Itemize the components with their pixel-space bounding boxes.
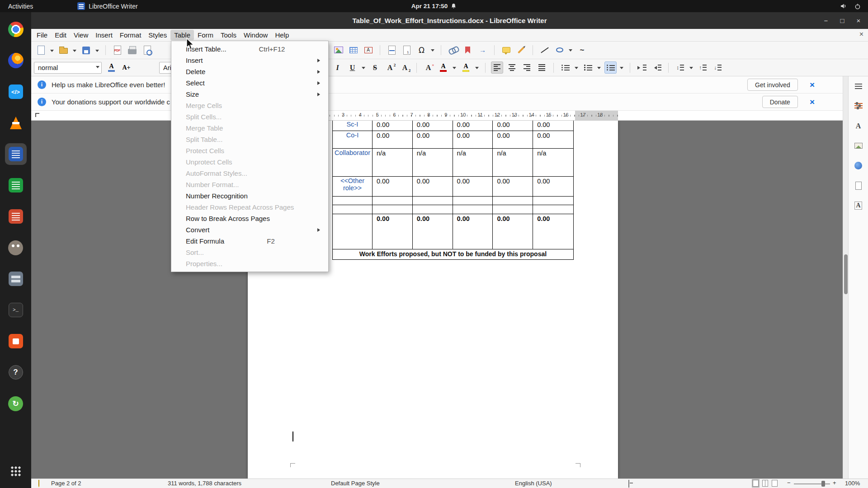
zoom-in-button[interactable]: + <box>833 479 836 486</box>
sidebar-settings-button[interactable] <box>852 80 864 92</box>
multi-page-view-button[interactable] <box>762 480 768 488</box>
menubar-item[interactable]: Format <box>116 30 145 40</box>
table-menu-item[interactable]: Edit Formula F2 <box>171 235 328 247</box>
bullet-list-button[interactable] <box>559 61 571 74</box>
infobar-close-icon[interactable]: × <box>810 97 815 107</box>
get-involved-button[interactable]: Get involved <box>747 79 798 91</box>
print-preview-button[interactable] <box>141 44 153 56</box>
table-cell[interactable]: n/a <box>373 149 413 176</box>
numbered-list-dropdown[interactable] <box>597 67 601 71</box>
table-menu-item[interactable]: Select <box>171 77 328 89</box>
special-character-dropdown[interactable] <box>431 49 434 53</box>
table-cell[interactable] <box>413 205 453 214</box>
sidebar-page-button[interactable] <box>852 179 864 192</box>
menubar-item[interactable]: Table <box>170 30 194 40</box>
menubar-item[interactable]: Help <box>271 30 292 40</box>
subscript-button[interactable]: A2 <box>399 61 411 74</box>
italic-button[interactable]: I <box>331 61 344 74</box>
dock-item-gimp[interactable] <box>5 237 27 258</box>
numbered-list-button[interactable] <box>582 61 594 74</box>
insert-bookmark-button[interactable] <box>462 44 474 56</box>
clear-formatting-button[interactable]: A× <box>422 61 434 74</box>
no-list-button[interactable] <box>604 61 617 74</box>
no-list-dropdown[interactable] <box>620 67 623 71</box>
bookmark-status-icon[interactable] <box>38 480 39 487</box>
table-cell[interactable]: 0.00 <box>493 177 533 196</box>
show-applications-button[interactable] <box>5 460 27 482</box>
table-cell[interactable]: 0.00 <box>533 131 573 148</box>
table-row-label[interactable] <box>333 205 373 214</box>
paragraph-style-combo[interactable]: normal <box>34 62 102 74</box>
new-style-button[interactable]: A+ <box>120 61 132 74</box>
insert-special-character-button[interactable]: Ω <box>415 44 428 56</box>
justify-button[interactable] <box>536 61 548 74</box>
sidebar-styles-button[interactable]: A <box>852 120 864 132</box>
align-left-button[interactable] <box>491 61 503 74</box>
insert-footnote-button[interactable]: 1 <box>401 44 413 56</box>
underline-button[interactable]: U <box>346 61 359 74</box>
dock-item-chrome[interactable] <box>5 19 27 40</box>
close-document-icon[interactable]: × <box>859 30 863 38</box>
table-cell[interactable]: 0.00 <box>533 121 573 131</box>
insert-comment-button[interactable] <box>500 44 512 56</box>
insert-hyperlink-button[interactable] <box>447 44 459 56</box>
table-cell[interactable]: 0.00 <box>413 131 453 148</box>
dock-item-libreoffice-impress[interactable] <box>5 206 27 227</box>
increase-indent-button[interactable] <box>636 61 648 74</box>
menubar-item[interactable]: Window <box>240 30 271 40</box>
table-menu-item[interactable]: Number Recognition <box>171 190 328 202</box>
table-cell[interactable] <box>453 205 493 214</box>
highlight-color-button[interactable]: A <box>460 61 472 74</box>
insert-line-button[interactable] <box>538 44 551 56</box>
table-cell[interactable] <box>493 205 533 214</box>
table-cell[interactable] <box>373 197 413 205</box>
print-button[interactable] <box>126 44 138 56</box>
clock-button[interactable]: Apr 21 17:50 <box>411 3 457 9</box>
sidebar-properties-button[interactable] <box>852 100 864 112</box>
table-cell[interactable]: n/a <box>533 149 573 176</box>
table-cell[interactable]: 0.00 <box>533 214 573 249</box>
focused-app-indicator[interactable]: LibreOffice Writer <box>77 2 137 10</box>
donate-button[interactable]: Donate <box>762 96 798 108</box>
shapes-dropdown[interactable] <box>569 49 572 53</box>
dock-item-libreoffice-writer[interactable] <box>5 143 27 165</box>
page-style-status[interactable]: Default Page Style <box>331 480 380 487</box>
table-footer-text[interactable]: Work Efforts proposed, but NOT to be fun… <box>333 249 573 259</box>
new-document-button[interactable] <box>35 44 47 56</box>
insert-image-button[interactable] <box>332 44 344 56</box>
tab-stop-selector-icon[interactable] <box>35 113 39 117</box>
menubar-item[interactable]: Edit <box>51 30 70 40</box>
underline-dropdown[interactable] <box>362 67 365 71</box>
maximize-button[interactable]: □ <box>837 16 847 26</box>
decrease-paragraph-spacing-button[interactable]: ↓ <box>712 61 724 74</box>
align-center-button[interactable] <box>506 61 518 74</box>
insert-curve-button[interactable]: ~ <box>576 44 588 56</box>
table-cell[interactable]: 0.00 <box>533 177 573 196</box>
document-canvas[interactable]: Sc-I 0.000.000.000.000.00 Co-I 0.000.000… <box>31 121 843 479</box>
table-row-label[interactable]: <<Other role>> <box>333 177 373 196</box>
table-cell[interactable] <box>533 205 573 214</box>
dock-item-firefox[interactable] <box>5 50 27 71</box>
line-spacing-dropdown[interactable] <box>689 67 693 71</box>
dock-item-ubuntu-software[interactable] <box>5 330 27 352</box>
dock-item-vscode[interactable]: </> <box>5 81 27 103</box>
book-view-button[interactable] <box>772 480 778 488</box>
dock-item-terminal[interactable]: >_ <box>5 299 27 321</box>
table-cell[interactable]: 0.00 <box>373 177 413 196</box>
activities-button[interactable]: Activities <box>0 0 41 12</box>
table-row-label[interactable]: Co-I <box>333 131 373 148</box>
sidebar-navigator-button[interactable] <box>852 160 864 172</box>
table-cell[interactable] <box>413 197 453 205</box>
insert-text-box-button[interactable]: A <box>362 44 374 56</box>
single-page-view-button[interactable] <box>753 480 759 488</box>
table-cell[interactable]: 0.00 <box>373 214 413 249</box>
menubar-item[interactable]: Form <box>194 30 217 40</box>
new-document-dropdown[interactable] <box>50 50 54 54</box>
system-status-area[interactable] <box>840 3 868 9</box>
sidebar-gallery-button[interactable] <box>852 140 864 152</box>
table-menu-item[interactable]: Convert <box>171 224 328 235</box>
scrollbar-thumb[interactable] <box>844 254 848 294</box>
decrease-indent-button[interactable] <box>651 61 663 74</box>
table-menu-item[interactable]: Insert <box>171 55 328 66</box>
zoom-slider-thumb[interactable] <box>821 481 825 487</box>
